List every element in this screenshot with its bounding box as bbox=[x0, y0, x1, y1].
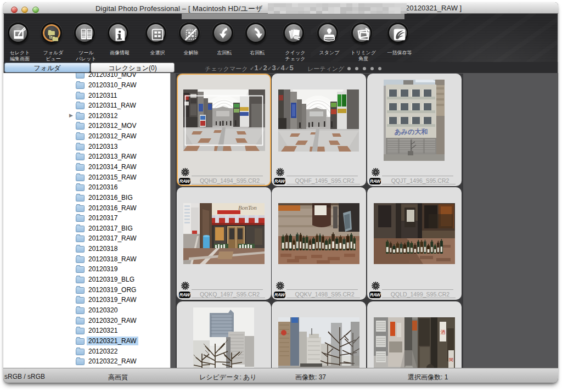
svg-text:BonTon: BonTon bbox=[238, 204, 257, 211]
svg-text:酒: 酒 bbox=[441, 329, 446, 335]
svg-text:あみの大和: あみの大和 bbox=[395, 128, 428, 136]
svg-text:閑: 閑 bbox=[449, 357, 453, 362]
